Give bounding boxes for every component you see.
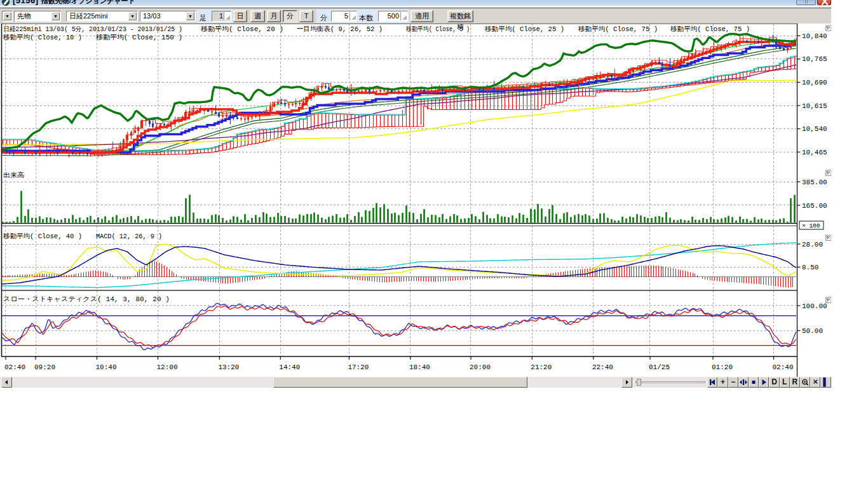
- svg-text:12:00: 12:00: [157, 363, 178, 371]
- svg-text:移動平均( Close, 40 ): 移動平均( Close, 40 ): [3, 233, 82, 240]
- svg-text:移動平均( Close, 150 ): 移動平均( Close, 150 ): [96, 34, 182, 41]
- svg-text:13:20: 13:20: [218, 363, 239, 371]
- svg-text:MACD( 12, 26, 9 ): MACD( 12, 26, 9 ): [96, 233, 162, 240]
- svg-text:02:40: 02:40: [4, 363, 25, 371]
- svg-text:50.00: 50.00: [802, 327, 823, 335]
- svg-text:10,615: 10,615: [802, 102, 827, 110]
- svg-text:一目均衡表( 9, 26, 52 ): 一目均衡表( 9, 26, 52 ): [297, 25, 383, 33]
- svg-text:20:00: 20:00: [470, 363, 491, 371]
- svg-text:02:40: 02:40: [773, 363, 794, 371]
- svg-text:移動平均( Close, 25 ): 移動平均( Close, 25 ): [485, 25, 564, 33]
- svg-text:09:20: 09:20: [34, 363, 55, 371]
- svg-text:10,540: 10,540: [802, 125, 827, 133]
- svg-text:28.00: 28.00: [802, 241, 823, 248]
- svg-text:10,765: 10,765: [802, 55, 827, 63]
- svg-text:01:20: 01:20: [712, 363, 733, 371]
- svg-text:× 100: × 100: [802, 222, 820, 229]
- svg-text:18:40: 18:40: [409, 363, 430, 371]
- svg-text:385.00: 385.00: [802, 179, 827, 186]
- svg-text:移動平均( Close, 10 ): 移動平均( Close, 10 ): [3, 34, 82, 41]
- svg-text:10:40: 10:40: [96, 363, 117, 371]
- svg-text:10,840: 10,840: [802, 32, 827, 40]
- svg-text:14:40: 14:40: [279, 363, 300, 371]
- svg-text:スロー・ストキャスティクス( 14, 3, 80, 20 ): スロー・ストキャスティクス( 14, 3, 80, 20 ): [3, 295, 170, 303]
- svg-text:移動平均( Close, 75 ): 移動平均( Close, 75 ): [578, 25, 658, 33]
- svg-text:出来高: 出来高: [3, 172, 25, 179]
- svg-text:100.00: 100.00: [802, 302, 827, 310]
- svg-text:17:20: 17:20: [348, 363, 369, 371]
- svg-text:10,465: 10,465: [802, 149, 827, 156]
- svg-text:移動平均( Close, 20 ): 移動平均( Close, 20 ): [201, 25, 283, 33]
- svg-text:移動平均( Close, 5 ): 移動平均( Close, 5 ): [406, 25, 470, 33]
- svg-text:10,690: 10,690: [802, 79, 827, 86]
- svg-text:22:40: 22:40: [592, 363, 613, 371]
- svg-text:165.00: 165.00: [802, 202, 827, 210]
- svg-text:日経225mini 13/03( 5分, 2013/01/2: 日経225mini 13/03( 5分, 2013/01/23 - 2013/0…: [3, 25, 182, 33]
- svg-text:8.50: 8.50: [802, 264, 818, 271]
- svg-text:21:20: 21:20: [531, 363, 552, 371]
- svg-text:01/25: 01/25: [649, 363, 670, 371]
- svg-text:移動平均( Close, 75 ): 移動平均( Close, 75 ): [670, 25, 750, 33]
